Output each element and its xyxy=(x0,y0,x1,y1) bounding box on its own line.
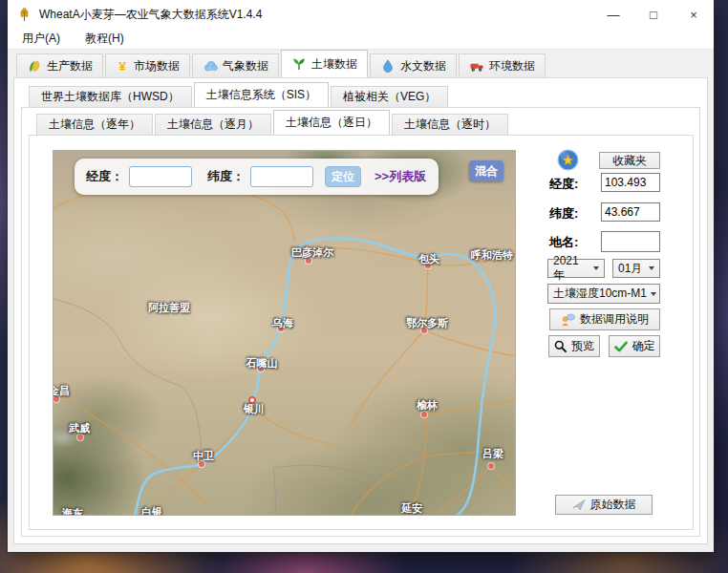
city-label: 延安 xyxy=(401,501,422,516)
tab-strip-level3: 土壤信息（逐年） 土壤信息（逐月） 土壤信息（逐日） 土壤信息（逐时） xyxy=(36,114,510,135)
lat-label: 纬度: xyxy=(549,205,578,223)
tab-strip-level2: 世界土壤数据库（HWSD） 土壤信息系统（SIS） 植被相关（VEG） xyxy=(29,86,450,107)
corn-icon xyxy=(27,58,42,74)
city-label: 白银 xyxy=(141,505,162,517)
person-speech-bubble-icon xyxy=(561,313,575,327)
tab-label: 植被相关（VEG） xyxy=(343,89,436,105)
preview-button-label: 预览 xyxy=(571,338,594,354)
favorites-button[interactable]: 收藏夹 xyxy=(599,152,660,169)
chevron-down-icon xyxy=(651,292,656,296)
city-dot xyxy=(77,435,83,440)
tab-hydrology-data[interactable]: 水文数据 xyxy=(370,53,457,77)
tab-strip-level1: 生产数据 ¥ 市场数据 气象数据 xyxy=(16,53,547,77)
confirm-button-label: 确定 xyxy=(632,338,655,354)
city-dot xyxy=(421,412,427,417)
title-bar: WheatA小麦芽—农业气象大数据系统V1.4.4 — □ × xyxy=(8,0,714,29)
yuan-icon: ¥ xyxy=(116,59,129,74)
confirm-button[interactable]: 确定 xyxy=(609,335,660,357)
tab-label: 土壤信息（逐日） xyxy=(286,115,377,131)
app-window: WheatA小麦芽—农业气象大数据系统V1.4.4 — □ × 用户(A) 教程… xyxy=(8,0,714,552)
lat-field[interactable] xyxy=(601,202,660,222)
tab-weather-data[interactable]: 气象数据 xyxy=(192,53,279,77)
map-search-bar: 经度： 纬度： 定位 >>列表版 xyxy=(75,159,439,195)
tab-label: 土壤信息（逐月） xyxy=(167,117,259,133)
city-label: 中卫 xyxy=(193,449,214,463)
map-lng-input[interactable] xyxy=(129,166,192,187)
month-select[interactable]: 01月 xyxy=(612,259,660,278)
year-select-value: 2021年 xyxy=(553,254,589,284)
tab-label: 世界土壤数据库（HWSD） xyxy=(41,89,180,105)
city-label: 海东 xyxy=(62,506,83,517)
magnifier-icon xyxy=(554,340,567,352)
city-label: 金昌 xyxy=(53,384,70,398)
menu-tutorial[interactable]: 教程(H) xyxy=(76,29,133,49)
lng-field[interactable] xyxy=(601,173,660,192)
chevron-down-icon xyxy=(593,266,599,270)
cloud-icon xyxy=(203,58,218,74)
water-icon xyxy=(380,58,396,74)
help-button-label: 数据调用说明 xyxy=(580,311,649,328)
check-icon xyxy=(614,341,628,352)
window-title: WheatA小麦芽—农业气象大数据系统V1.4.4 xyxy=(39,7,262,23)
city-label: 银川 xyxy=(244,402,265,416)
chevron-down-icon xyxy=(649,266,654,270)
city-label: 吕梁 xyxy=(482,447,503,461)
preview-button[interactable]: 预览 xyxy=(548,335,600,357)
list-view-link[interactable]: >>列表版 xyxy=(375,168,426,185)
menu-user[interactable]: 用户(A) xyxy=(13,29,69,49)
city-label: 鄂尔多斯 xyxy=(406,316,448,330)
tab-market-data[interactable]: ¥ 市场数据 xyxy=(105,53,190,77)
map-lng-label: 经度： xyxy=(86,168,123,185)
tab-production-data[interactable]: 生产数据 xyxy=(16,53,103,77)
raw-data-button-label: 原始数据 xyxy=(590,497,636,513)
tab-environment-data[interactable]: 环境数据 xyxy=(459,53,546,77)
map-lat-input[interactable] xyxy=(250,166,313,187)
tab-soil-yearly[interactable]: 土壤信息（逐年） xyxy=(36,114,153,135)
city-label: 包头 xyxy=(418,252,439,266)
map-lat-label: 纬度： xyxy=(207,168,245,185)
wheat-app-icon xyxy=(17,8,32,22)
map-lines-layer xyxy=(54,151,516,516)
tab-soil-hourly[interactable]: 土壤信息（逐时） xyxy=(392,114,508,135)
raw-data-button[interactable]: 原始数据 xyxy=(555,495,653,515)
minimize-button[interactable]: — xyxy=(593,0,633,29)
tab-label: 生产数据 xyxy=(47,58,93,74)
tab-label: 水文数据 xyxy=(400,58,446,74)
city-label: 阿拉善盟 xyxy=(148,301,190,315)
favorite-star-icon[interactable] xyxy=(557,149,579,171)
place-field[interactable] xyxy=(601,231,660,252)
city-label: 乌海 xyxy=(272,316,293,330)
tab-hwsd[interactable]: 世界土壤数据库（HWSD） xyxy=(29,86,192,107)
data-usage-help-button[interactable]: 数据调用说明 xyxy=(549,308,660,330)
tab-soil-data[interactable]: 土壤数据 xyxy=(281,50,368,77)
raw-data-icon xyxy=(572,499,586,511)
tab-label: 土壤信息（逐年） xyxy=(49,117,140,133)
variable-select-value: 土壤湿度10cm-M1 xyxy=(553,286,647,302)
city-label: 榆林 xyxy=(417,398,438,413)
city-label: 巴彦淖尔 xyxy=(291,245,333,260)
tab-sis[interactable]: 土壤信息系统（SIS） xyxy=(194,82,329,107)
map-canvas[interactable]: 巴彦淖尔包头呼和浩特阿拉善盟乌海鄂尔多斯石嘴山金昌武威银川中卫榆林吕梁白银延安海… xyxy=(53,150,516,516)
year-select[interactable]: 2021年 xyxy=(547,259,605,278)
city-label: 石嘴山 xyxy=(246,356,278,371)
city-dot xyxy=(488,463,494,469)
tab-label: 市场数据 xyxy=(134,58,180,74)
tab-label: 环境数据 xyxy=(489,58,535,74)
city-label: 呼和浩特 xyxy=(471,248,513,263)
variable-select[interactable]: 土壤湿度10cm-M1 xyxy=(547,284,660,304)
desktop-background: WheatA小麦芽—农业气象大数据系统V1.4.4 — □ × 用户(A) 教程… xyxy=(0,0,728,573)
tab-soil-daily[interactable]: 土壤信息（逐日） xyxy=(273,110,390,135)
maximize-button[interactable]: □ xyxy=(633,0,674,29)
city-label: 武威 xyxy=(69,421,90,435)
truck-icon xyxy=(469,58,484,74)
tab-label: 土壤数据 xyxy=(311,56,357,73)
close-button[interactable]: × xyxy=(674,0,714,29)
lng-label: 经度: xyxy=(549,176,578,193)
tab-veg[interactable]: 植被相关（VEG） xyxy=(331,86,448,107)
map-layer-toggle-button[interactable]: 混合 xyxy=(469,160,503,181)
locate-button[interactable]: 定位 xyxy=(325,166,361,187)
place-label: 地名: xyxy=(549,234,578,251)
tab-soil-monthly[interactable]: 土壤信息（逐月） xyxy=(155,114,271,135)
seedling-icon xyxy=(291,56,307,72)
yellow-river-line xyxy=(135,238,495,516)
